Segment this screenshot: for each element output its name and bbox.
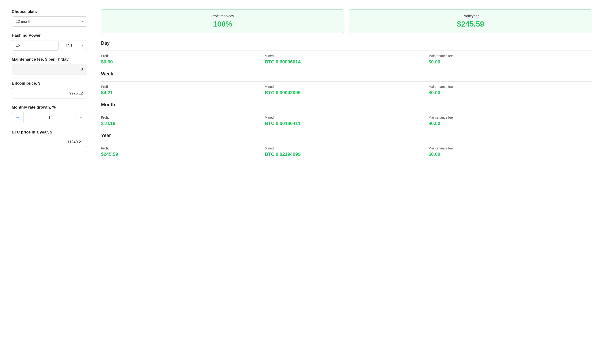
hashing-power-group: Hashing Power Th/s Ph/s Gh/s ▾ bbox=[12, 33, 87, 50]
fee-value: $0.00 bbox=[428, 121, 592, 126]
period-title: Week bbox=[101, 71, 592, 78]
profit-col: Profit $0.60 bbox=[101, 54, 265, 65]
profit-ratio-card: Profit ratio/day 100% bbox=[101, 9, 344, 33]
profit-label: Profit bbox=[101, 146, 265, 150]
fee-col: Maintenance fee $0.00 bbox=[428, 116, 592, 126]
choose-plan-label: Choose plan: bbox=[12, 9, 87, 14]
plan-select-wrapper[interactable]: 12 month 6 month 3 month 1 month ▾ bbox=[12, 16, 87, 26]
right-panel: Profit ratio/day 100% Profit/year $245.5… bbox=[101, 9, 592, 163]
mined-value: BTC 0.00006014 bbox=[265, 59, 428, 65]
hashing-row: Th/s Ph/s Gh/s ▾ bbox=[12, 40, 87, 50]
hashing-value-wrapper[interactable] bbox=[12, 40, 59, 50]
mined-col: Mined BTC 0.00042096 bbox=[265, 85, 428, 95]
left-panel: Choose plan: 12 month 6 month 3 month 1 … bbox=[12, 9, 87, 163]
main-layout: Choose plan: 12 month 6 month 3 month 1 … bbox=[12, 9, 592, 163]
period-row: Profit $0.60 Mined BTC 0.00006014 Mainte… bbox=[101, 54, 592, 65]
period-row: Profit $4.21 Mined BTC 0.00042096 Mainte… bbox=[101, 85, 592, 95]
period-section-week: Week Profit $4.21 Mined BTC 0.00042096 M… bbox=[101, 71, 592, 95]
mined-col: Mined BTC 0.00180411 bbox=[265, 116, 428, 126]
monthly-rate-input[interactable] bbox=[23, 112, 76, 123]
plan-select[interactable]: 12 month 6 month 3 month 1 month bbox=[12, 16, 87, 26]
stepper-plus-button[interactable]: + bbox=[76, 112, 87, 123]
fee-label: Maintenance fee bbox=[428, 146, 592, 150]
period-sections: Day Profit $0.60 Mined BTC 0.00006014 Ma… bbox=[101, 40, 592, 157]
profit-year-value: $245.59 bbox=[355, 20, 587, 28]
fee-label: Maintenance fee bbox=[428, 85, 592, 88]
period-divider bbox=[101, 81, 592, 82]
mined-value: BTC 0.00180411 bbox=[265, 121, 428, 126]
hashing-power-label: Hashing Power bbox=[12, 33, 87, 38]
period-section-month: Month Profit $18.18 Mined BTC 0.00180411… bbox=[101, 102, 592, 126]
fee-value: $0.00 bbox=[428, 59, 592, 65]
period-divider bbox=[101, 50, 592, 51]
mined-label: Mined bbox=[265, 54, 428, 58]
monthly-rate-label: Monthly rate growth, % bbox=[12, 105, 87, 110]
period-title: Year bbox=[101, 133, 592, 140]
period-section-year: Year Profit $245.59 Mined BTC 0.02194999… bbox=[101, 133, 592, 157]
profit-col: Profit $245.59 bbox=[101, 146, 265, 157]
bitcoin-price-label: Bitcoin price, $ bbox=[12, 81, 87, 86]
profit-ratio-label: Profit ratio/day bbox=[107, 14, 339, 18]
period-section-day: Day Profit $0.60 Mined BTC 0.00006014 Ma… bbox=[101, 40, 592, 65]
period-divider bbox=[101, 112, 592, 112]
fee-value: $0.00 bbox=[428, 151, 592, 157]
choose-plan-group: Choose plan: 12 month 6 month 3 month 1 … bbox=[12, 9, 87, 26]
btc-price-year-label: BTC price in a year, $ bbox=[12, 130, 87, 135]
profit-col: Profit $4.21 bbox=[101, 85, 265, 95]
maintenance-fee-label: Maintenance fee, $ per Th/day bbox=[12, 57, 87, 62]
profit-label: Profit bbox=[101, 116, 265, 119]
maintenance-fee-input[interactable] bbox=[12, 64, 87, 75]
mined-label: Mined bbox=[265, 85, 428, 88]
profit-value: $0.60 bbox=[101, 59, 265, 65]
period-row: Profit $245.59 Mined BTC 0.02194999 Main… bbox=[101, 146, 592, 157]
fee-label: Maintenance fee bbox=[428, 116, 592, 119]
mined-label: Mined bbox=[265, 116, 428, 119]
hashing-power-input[interactable] bbox=[12, 40, 59, 50]
profit-label: Profit bbox=[101, 54, 265, 58]
profit-col: Profit $18.18 bbox=[101, 116, 265, 126]
mined-value: BTC 0.00042096 bbox=[265, 90, 428, 95]
period-title: Month bbox=[101, 102, 592, 109]
fee-label: Maintenance fee bbox=[428, 54, 592, 58]
mined-col: Mined BTC 0.00006014 bbox=[265, 54, 428, 65]
btc-price-year-group: BTC price in a year, $ bbox=[12, 130, 87, 147]
fee-value: $0.00 bbox=[428, 90, 592, 95]
period-title: Day bbox=[101, 40, 592, 48]
profit-year-label: Profit/year bbox=[355, 14, 587, 18]
mined-col: Mined BTC 0.02194999 bbox=[265, 146, 428, 157]
fee-col: Maintenance fee $0.00 bbox=[428, 54, 592, 65]
btc-price-year-input[interactable] bbox=[12, 137, 87, 147]
mined-value: BTC 0.02194999 bbox=[265, 151, 428, 157]
mined-label: Mined bbox=[265, 146, 428, 150]
fee-col: Maintenance fee $0.00 bbox=[428, 146, 592, 157]
stepper-minus-button[interactable]: − bbox=[12, 112, 23, 123]
maintenance-fee-group: Maintenance fee, $ per Th/day bbox=[12, 57, 87, 75]
monthly-rate-group: Monthly rate growth, % − + bbox=[12, 105, 87, 123]
unit-select-wrapper[interactable]: Th/s Ph/s Gh/s ▾ bbox=[61, 40, 87, 50]
profit-year-card: Profit/year $245.59 bbox=[349, 9, 592, 33]
bitcoin-price-input[interactable] bbox=[12, 88, 87, 99]
summary-cards: Profit ratio/day 100% Profit/year $245.5… bbox=[101, 9, 592, 33]
bitcoin-price-group: Bitcoin price, $ bbox=[12, 81, 87, 99]
profit-value: $245.59 bbox=[101, 151, 265, 157]
profit-value: $18.18 bbox=[101, 121, 265, 126]
profit-label: Profit bbox=[101, 85, 265, 88]
period-divider bbox=[101, 143, 592, 143]
unit-select[interactable]: Th/s Ph/s Gh/s bbox=[61, 40, 87, 50]
profit-ratio-value: 100% bbox=[107, 20, 339, 28]
stepper-row: − + bbox=[12, 112, 87, 123]
fee-col: Maintenance fee $0.00 bbox=[428, 85, 592, 95]
profit-value: $4.21 bbox=[101, 90, 265, 95]
period-row: Profit $18.18 Mined BTC 0.00180411 Maint… bbox=[101, 116, 592, 126]
